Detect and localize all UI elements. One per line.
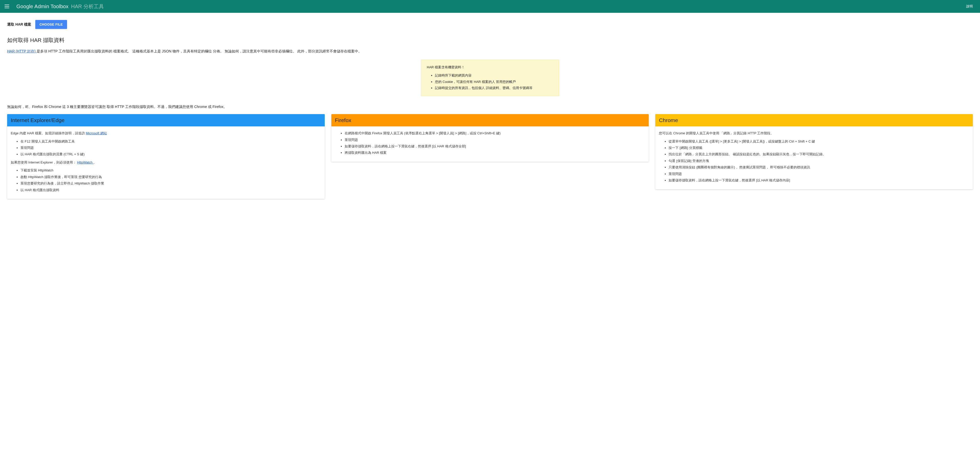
list-item: 以 HAR 格式匯出擷取資料	[21, 187, 321, 193]
list-item: 記錄時所下載的網頁內容	[435, 73, 553, 78]
microsoft-site-link[interactable]: Microsoft 網站	[86, 131, 107, 135]
section-title: 如何取得 HAR 擷取資料	[7, 37, 973, 44]
browsers-intro: 無論如何，IE、Firefox 和 Chrome 這 3 種主要瀏覽器皆可讓您 …	[7, 104, 973, 110]
warning-box: HAR 檔案含有機密資料！ 記錄時所下載的網頁內容 您的 Cookie，可讓任何…	[421, 60, 559, 96]
list-item: 將擷取資料匯出為 HAR 檔案	[345, 150, 645, 155]
list-item: 在網路模式中開啟 Firefox 開發人員工具 (依序點選右上角選單 > [開發…	[345, 131, 645, 136]
list-item: 如要儲存擷取資料，請在網格上按一下滑鼠右鍵，然後選擇 [以 HAR 格式儲存內容…	[668, 178, 969, 183]
warning-list: 記錄時所下載的網頁內容 您的 Cookie，可讓任何有 HAR 檔案的人 冒用您…	[427, 73, 553, 91]
list-item: 下載並安裝 HttpWatch	[21, 167, 321, 173]
list-item: 重現問題	[668, 171, 969, 177]
main-content: 選取 HAR 檔案 CHOOSE FILE 如何取得 HAR 擷取資料 HAR …	[0, 13, 980, 209]
card-paragraph: Edge 內建 HAR 檔案。如需詳細操作說明，請造訪 Microsoft 網站	[11, 131, 321, 136]
card-body: 在網路模式中開啟 Firefox 開發人員工具 (依序點選右上角選單 > [開發…	[331, 126, 649, 162]
card-list: 在 F12 開發人員工具中開啟網路工具 重現問題 以 HAR 格式匯出擷取的流量…	[11, 139, 321, 157]
list-item: 記錄時提交的所有資訊，包括個人 詳細資料、密碼、信用卡號碼等	[435, 85, 553, 91]
intro-text: 是多項 HTTP 工作階段工具用於匯出擷取資料的 檔案格式。 這種格式基本上是 …	[37, 49, 362, 53]
intro-paragraph: HAR (HTTP 封存) 是多項 HTTP 工作階段工具用於匯出擷取資料的 檔…	[7, 48, 973, 54]
app-header: Google Admin Toolbox HAR 分析工具 說明	[0, 0, 980, 13]
card-list: 在網路模式中開啟 Firefox 開發人員工具 (依序點選右上角選單 > [開發…	[335, 131, 645, 156]
choose-file-button[interactable]: CHOOSE FILE	[35, 20, 67, 29]
card-list: 下載並安裝 HttpWatch 啟動 HttpWatch 擷取作業後，即可重現 …	[11, 167, 321, 193]
file-select-row: 選取 HAR 檔案 CHOOSE FILE	[7, 20, 973, 29]
card-firefox: Firefox 在網路模式中開啟 Firefox 開發人員工具 (依序點選右上角…	[331, 114, 649, 162]
list-item: 只要使用清除按鈕 (圓圈裡有個對角線的圖示)， 然後嘗試重現問題， 即可移除不必…	[668, 164, 969, 170]
card-paragraph: 您可以在 Chrome 的開發人員工具中使用 「網路」分頁記錄 HTTP 工作階…	[659, 131, 969, 136]
list-item: 重現問題	[21, 145, 321, 150]
httpwatch-link[interactable]: HttpWatch	[77, 161, 93, 164]
list-item: 從選單中開啟開發人員工具 ([選單] > [更多工具] > [開發人員工具])，…	[668, 139, 969, 144]
list-item: 啟動 HttpWatch 擷取作業後，即可重現 您要研究的行為	[21, 174, 321, 180]
list-item: 您的 Cookie，可讓任何有 HAR 檔案的人 冒用您的帳戶	[435, 79, 553, 85]
list-item: 重現您要研究的行為後，請立即停止 HttpWatch 擷取作業	[21, 181, 321, 186]
list-item: 如要儲存擷取資料，請在網格上按一下滑鼠右鍵，然後選擇 [以 HAR 格式儲存全部…	[345, 143, 645, 149]
brand-subtitle: HAR 分析工具	[71, 3, 104, 10]
card-body: 您可以在 Chrome 的開發人員工具中使用 「網路」分頁記錄 HTTP 工作階…	[655, 126, 973, 189]
card-body: Edge 內建 HAR 檔案。如需詳細操作說明，請造訪 Microsoft 網站…	[7, 126, 325, 199]
brand-title: Google Admin Toolbox	[16, 3, 68, 10]
list-item: 重現問題	[345, 137, 645, 143]
list-item: 找出位於「網路」分頁左上方的圓形按鈕。 確認按鈕是紅色的。如果按鈕顯示灰色，按一…	[668, 151, 969, 157]
menu-icon[interactable]	[5, 3, 11, 10]
list-item: 勾選 [保留記錄] 旁邊的方塊	[668, 158, 969, 164]
file-select-label: 選取 HAR 檔案	[7, 22, 31, 27]
warning-title: HAR 檔案含有機密資料！	[427, 64, 553, 70]
list-item: 按一下 [網路] 分頁標籤	[668, 145, 969, 150]
list-item: 以 HAR 格式匯出擷取的流量 (CTRL + S 鍵)	[21, 151, 321, 157]
card-header: Firefox	[331, 114, 649, 126]
card-list: 從選單中開啟開發人員工具 ([選單] > [更多工具] > [開發人員工具])，…	[659, 139, 969, 183]
har-format-link[interactable]: HAR (HTTP 封存)	[7, 49, 37, 53]
browser-cards: Internet Explorer/Edge Edge 內建 HAR 檔案。如需…	[7, 114, 973, 199]
card-paragraph: 如果您使用 Internet Explorer，則必須使用： HttpWatch…	[11, 160, 321, 165]
card-header: Chrome	[655, 114, 973, 126]
list-item: 在 F12 開發人員工具中開啟網路工具	[21, 139, 321, 144]
card-chrome: Chrome 您可以在 Chrome 的開發人員工具中使用 「網路」分頁記錄 H…	[655, 114, 973, 189]
card-header: Internet Explorer/Edge	[7, 114, 325, 126]
help-link[interactable]: 說明	[964, 3, 975, 10]
card-ie-edge: Internet Explorer/Edge Edge 內建 HAR 檔案。如需…	[7, 114, 325, 199]
